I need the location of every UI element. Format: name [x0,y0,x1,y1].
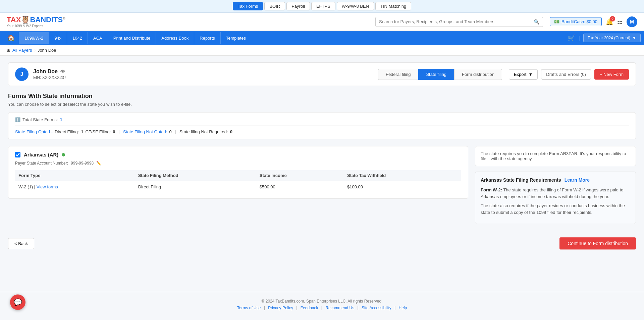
summary-stats: State Filing Opted - Direct Filing: 1 CF… [15,129,629,134]
not-required-label: State filing Not Required: [179,129,228,134]
cart-btn[interactable]: 🛒 [568,34,575,42]
state-section: Arkansas (AR) Payer State Account Number… [8,146,636,224]
main-nav: 🏠 1099/W-2 94x 1042 ACA Print and Distri… [0,31,644,45]
top-nav: Tax Forms BOIR Payroll EFTPS W-9/W-8 BEN… [0,0,644,13]
footer: © 2024 TaxBandits.com, Span Enterprises … [0,292,644,317]
apps-btn[interactable]: ⚏ [617,18,623,26]
cell-form-type: W-2 (1) | View forms [15,181,135,193]
footer-sep-2: | [296,306,297,310]
cfsf-label: CF/SF Filing: [85,129,111,134]
nav-item-1099[interactable]: 1099/W-2 [19,32,49,44]
state-filing-opted-label[interactable]: State Filing Opted - [15,129,53,134]
section-title: Forms With State information [8,93,636,100]
pipe-sep: | [34,184,37,189]
footer-sep-4: | [358,306,359,310]
tax-year-btn[interactable]: Tax Year 2024 (Current) ▼ [583,34,641,42]
state-name: Arkansas (AR) [24,152,58,157]
top-nav-tin[interactable]: TIN Matching [375,2,411,10]
total-label: Total State Forms: [22,117,58,122]
cell-state-income: $500.00 [256,181,344,193]
tab-form-distribution[interactable]: Form distribution [454,69,502,80]
th-form-type: Form Type [15,170,135,181]
table-header-row: Form Type State Filing Method State Inco… [15,170,461,181]
payer-info: John Doe 👁 EIN: XX-XXXX237 [33,68,66,80]
search-bar[interactable]: 🔍 [375,17,543,27]
footer-recommend[interactable]: Recommend Us [325,306,354,310]
info-icon: ℹ️ [15,117,20,122]
state-header: Arkansas (AR) [15,152,461,157]
stat-sep-2: | [175,129,176,134]
req-title: Arkansas State Filing Requirements Learn… [481,177,630,183]
state-table: Form Type State Filing Method State Inco… [15,170,461,193]
top-nav-tax-forms[interactable]: Tax Forms [233,2,263,10]
nav-item-print[interactable]: Print and Distribute [108,32,156,44]
payer-ein: EIN: XX-XXXX237 [33,75,66,80]
footer-links: Terms of Use | Privacy Policy | Feedback… [7,306,637,310]
search-input[interactable] [379,19,534,24]
payer-name: John Doe 👁 [33,68,66,75]
req-additional-desc: The state also requires if the payer res… [481,202,630,216]
footer-sep-3: | [321,306,322,310]
footer-accessibility[interactable]: Site Accessibility [362,306,391,310]
bandit-cash-btn[interactable]: 💵 BanditCash: $0.00 [550,17,602,26]
export-btn[interactable]: Export ▼ [509,69,538,80]
req-form-label: Form W-2: [481,187,502,192]
footer-terms[interactable]: Terms of Use [237,306,261,310]
action-buttons: Export ▼ Drafts and Errors (0) + New For… [509,69,629,80]
notification-btn[interactable]: 🔔 0 [606,18,613,26]
logo: TAX🦉BANDITS® Your 1099 & W2 Experts [7,15,65,28]
new-form-btn[interactable]: + New Form [594,69,629,80]
footer-feedback[interactable]: Feedback [301,306,318,310]
summary-panel: ℹ️ Total State Forms: 1 State Filing Opt… [8,112,636,139]
section-subtitle: You can choose to select or deselect the… [8,102,636,107]
tabs: Federal filing State filing Form distrib… [378,69,502,80]
bottom-actions: < Back Continue to Form distribution [8,234,636,253]
nav-item-address[interactable]: Address Book [156,32,194,44]
bandit-cash-icon: 💵 [554,19,559,24]
cell-filing-method: Direct Filing [135,181,256,193]
breadcrumb: ⊞ All Payers › John Doe [0,45,644,56]
notification-badge: 0 [610,16,615,21]
payer-avatar: J [15,67,29,81]
state-not-opted-count: 0 [169,129,171,134]
th-tax-withheld: State Tax Withheld [344,170,461,181]
top-nav-boir[interactable]: BOIR [264,2,285,10]
breadcrumb-separator: › [34,48,36,53]
cfsf-count: 0 [113,129,115,134]
chat-btn[interactable]: 💬 [10,294,25,310]
state-left: Arkansas (AR) Payer State Account Number… [8,146,468,224]
back-btn[interactable]: < Back [8,238,34,249]
state-not-opted-label[interactable]: State Filing Not Opted: [123,129,167,134]
continue-btn[interactable]: Continue to Form distribution [559,237,636,249]
learn-more-link[interactable]: Learn More [565,177,590,183]
top-nav-eftps[interactable]: EFTPS [311,2,335,10]
eye-icon[interactable]: 👁 [60,69,65,74]
arkansas-checkbox[interactable] [15,152,20,157]
nav-item-1042[interactable]: 1042 [67,32,88,44]
requirements-panel: Arkansas State Filing Requirements Learn… [475,172,636,224]
footer-sep-5: | [394,306,395,310]
tab-state-filing[interactable]: State filing [418,69,454,80]
tab-federal-filing[interactable]: Federal filing [378,69,418,80]
home-btn[interactable]: 🏠 [3,31,19,45]
breadcrumb-all-payers[interactable]: All Payers [12,48,32,53]
th-state-income: State Income [256,170,344,181]
footer-help[interactable]: Help [399,306,407,310]
avatar[interactable]: M [627,16,637,27]
top-nav-payroll[interactable]: Payroll [286,2,310,10]
th-filing-method: State Filing Method [135,170,256,181]
nav-item-reports[interactable]: Reports [194,32,220,44]
account-number-label: Payer State Account Number: [15,161,68,166]
form-type-label: W-2 (1) [18,184,33,189]
header: TAX🦉BANDITS® Your 1099 & W2 Experts 🔍 💵 … [0,13,644,31]
edit-icon[interactable]: ✏️ [96,161,101,166]
footer-privacy[interactable]: Privacy Policy [268,306,293,310]
top-nav-w9[interactable]: W-9/W-8 BEN [337,2,374,10]
nav-item-templates[interactable]: Templates [220,32,251,44]
nav-item-aca[interactable]: ACA [88,32,108,44]
drafts-btn[interactable]: Drafts and Errors (0) [541,69,591,80]
nav-item-94x[interactable]: 94x [49,32,67,44]
chat-icon: 💬 [14,298,22,306]
state-right: The state requires you to complete Form … [475,146,636,224]
view-forms-link[interactable]: View forms [37,184,58,189]
